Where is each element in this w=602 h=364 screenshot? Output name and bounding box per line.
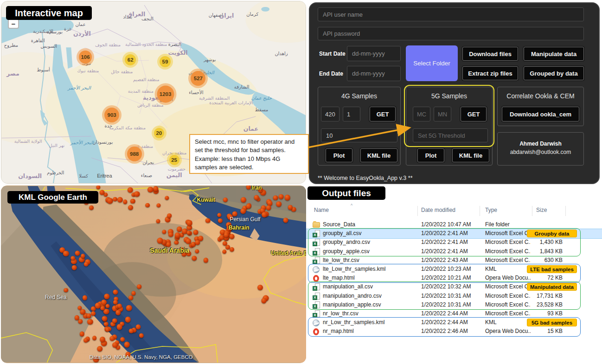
4g-kml-button[interactable]: KML file (360, 148, 397, 162)
cluster-marker[interactable]: 903 (102, 105, 122, 125)
kml-placemark-dot[interactable] (128, 295, 133, 300)
kml-placemark-dot[interactable] (91, 311, 96, 316)
kml-placemark-dot[interactable] (129, 328, 134, 333)
extract-zip-button[interactable]: Extract zip files (462, 66, 518, 80)
file-row[interactable]: Source_Data1/20/2022 10:47 AMFile folder (306, 220, 602, 230)
kml-placemark-dot[interactable] (75, 251, 80, 256)
kml-placemark-dot[interactable] (92, 336, 97, 340)
file-row[interactable]: Xgroupby_andro.csv1/20/2022 2:41 AMMicro… (306, 238, 602, 247)
kml-placemark-dot[interactable] (193, 230, 199, 235)
kml-placemark-dot[interactable] (145, 203, 150, 208)
column-header-type[interactable]: Type (485, 207, 497, 216)
select-folder-button[interactable]: Select Folder (406, 45, 458, 81)
sort-ascending-icon[interactable]: ^ (351, 203, 352, 208)
kml-placemark-dot[interactable] (186, 220, 192, 226)
kml-placemark-dot[interactable] (137, 285, 141, 289)
column-header-date[interactable]: Date modified (421, 207, 455, 216)
file-row[interactable]: Xmanipulation_apple.csv1/20/2022 10:31 A… (306, 300, 602, 310)
cluster-marker[interactable]: 106 (77, 48, 94, 66)
grouped-by-data-button[interactable]: Grouped by data (524, 66, 584, 80)
kml-placemark-dot[interactable] (273, 195, 278, 200)
kml-placemark-dot[interactable] (81, 254, 85, 259)
file-row[interactable]: lte_map.html1/20/2022 10:21 AMOpera Web … (306, 274, 602, 283)
kml-placemark-dot[interactable] (135, 324, 141, 329)
kml-placemark-dot[interactable] (262, 212, 267, 217)
kml-placemark-dot[interactable] (232, 211, 237, 217)
5g-mcc-input[interactable] (413, 107, 430, 121)
kml-placemark-dot[interactable] (120, 337, 125, 342)
kml-placemark-dot[interactable] (134, 191, 140, 197)
download-ookla-cem-button[interactable]: Download ookla_cem (502, 107, 579, 121)
kml-placemark-dot[interactable] (241, 208, 246, 214)
4g-get-button[interactable]: GET (370, 107, 396, 121)
kml-placemark-dot[interactable] (225, 245, 230, 249)
5g-mnc-input[interactable] (434, 107, 451, 121)
kml-placemark-dot[interactable] (283, 217, 288, 223)
kml-placemark-dot[interactable] (95, 302, 101, 308)
zoom-out-button[interactable]: − (8, 19, 19, 29)
cluster-marker[interactable]: 59 (157, 54, 173, 70)
kml-placemark-dot[interactable] (227, 214, 233, 220)
kml-placemark-dot[interactable] (128, 205, 134, 211)
file-row[interactable]: nr_map.html1/20/2022 2:46 AMOpera Web Do… (306, 327, 602, 336)
cluster-marker[interactable]: 25 (167, 153, 182, 167)
cluster-marker[interactable]: 62 (122, 52, 138, 68)
cluster-marker[interactable]: 988 (125, 144, 144, 164)
manipulate-data-button[interactable]: Manipulate data (524, 47, 584, 61)
5g-get-button[interactable]: GET (461, 107, 487, 121)
4g-plot-button[interactable]: Plot (326, 148, 352, 162)
kml-placemark-dot[interactable] (157, 238, 163, 244)
api-password-input[interactable] (318, 27, 584, 40)
kml-placemark-dot[interactable] (78, 319, 83, 324)
kml-placemark-dot[interactable] (124, 342, 130, 348)
api-username-input[interactable] (318, 7, 584, 21)
kml-placemark-dot[interactable] (115, 310, 121, 315)
kml-placemark-dot[interactable] (279, 194, 284, 199)
kml-placemark-dot[interactable] (100, 337, 105, 342)
file-row[interactable]: Xgroupby_all.csv1/20/2022 2:41 AMMicroso… (306, 229, 602, 238)
kml-placemark-dot[interactable] (71, 265, 77, 270)
file-row[interactable]: lte_Low_thr_samples.kml1/20/2022 10:23 A… (306, 265, 602, 274)
file-row[interactable]: Xgroupby_apple.csv1/20/2022 2:41 AMMicro… (306, 247, 602, 256)
kml-placemark-dot[interactable] (103, 321, 109, 326)
kml-placemark-dot[interactable] (276, 201, 282, 207)
cluster-marker[interactable]: 1203 (154, 83, 176, 105)
file-row[interactable]: Xmanipulation_andro.csv1/20/2022 10:31 A… (306, 292, 602, 301)
kml-placemark-dot[interactable] (227, 225, 233, 231)
column-header-size[interactable]: Size (536, 207, 547, 216)
kml-placemark-dot[interactable] (107, 198, 113, 204)
kml-placemark-dot[interactable] (70, 256, 75, 261)
kml-placemark-dot[interactable] (116, 324, 122, 330)
kml-placemark-dot[interactable] (241, 197, 246, 203)
file-row[interactable]: Xmanipulation_all.csv1/20/2022 10:32 AMM… (306, 282, 602, 292)
kml-placemark-dot[interactable] (186, 238, 191, 244)
google-earth-view[interactable]: KML Google Earth KuwaitIranPersian GulfB… (1, 185, 306, 363)
download-files-button[interactable]: Download files (462, 47, 518, 61)
kml-placemark-dot[interactable] (266, 205, 271, 211)
5g-threshold-input[interactable] (413, 128, 488, 142)
kml-placemark-dot[interactable] (166, 242, 171, 247)
kml-placemark-dot[interactable] (257, 285, 263, 290)
kml-placemark-dot[interactable] (97, 346, 102, 351)
4g-mcc-input[interactable] (321, 107, 339, 121)
kml-placemark-dot[interactable] (64, 288, 68, 293)
5g-plot-button[interactable]: Plot (417, 148, 444, 162)
end-date-input[interactable] (347, 66, 401, 81)
kml-placemark-dot[interactable] (101, 306, 105, 311)
kml-placemark-dot[interactable] (112, 342, 118, 348)
4g-mnc-input[interactable] (343, 107, 360, 121)
cluster-marker[interactable]: 20 (152, 126, 167, 140)
kml-placemark-dot[interactable] (167, 213, 172, 218)
kml-placemark-dot[interactable] (89, 205, 94, 210)
start-date-input[interactable] (347, 46, 401, 61)
kml-placemark-dot[interactable] (254, 195, 259, 200)
file-row[interactable]: Xlte_low_thr.csv1/20/2022 2:43 AMMicroso… (306, 256, 602, 265)
kml-placemark-dot[interactable] (229, 234, 234, 239)
file-row[interactable]: nr_Low_thr_samples.kml1/20/2022 2:44 AMK… (306, 318, 602, 327)
file-row[interactable]: Xnr_low_thr.csv1/20/2022 2:44 AMMicrosof… (306, 309, 602, 319)
cluster-marker[interactable]: 527 (188, 69, 208, 88)
kml-placemark-dot[interactable] (86, 313, 91, 319)
kml-placemark-dot[interactable] (83, 338, 88, 343)
5g-kml-button[interactable]: KML file (452, 148, 489, 162)
kml-placemark-dot[interactable] (100, 190, 105, 195)
